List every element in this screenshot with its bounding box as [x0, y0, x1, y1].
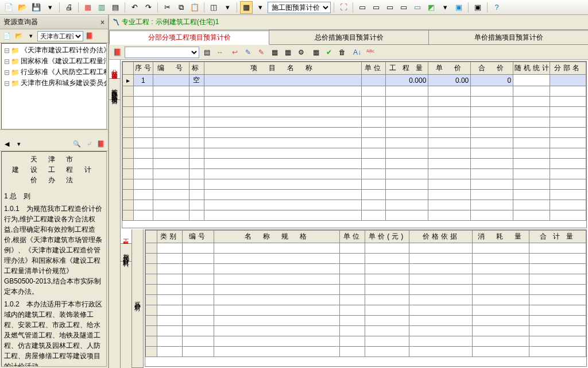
save-icon[interactable]: 💾: [30, 1, 42, 14]
gt-edit-icon[interactable]: ↩: [229, 47, 241, 58]
vtab-listed[interactable]: 单列共计价材料: [121, 244, 131, 262]
resource-panel: 资源查询器 × 📄 📂 ▾ 天津市工程计 📕 ⊟📁《天津市建设工程计价办法》 ⊟…: [0, 15, 109, 368]
gt-pen1-icon[interactable]: ✎: [242, 47, 254, 58]
gt-pen2-icon[interactable]: ✎: [256, 47, 267, 58]
dropdown-icon[interactable]: ▾: [44, 1, 56, 14]
panel-close-icon[interactable]: ×: [100, 18, 105, 26]
tree-item: ⊟📁《天津市建设工程计价办法》: [3, 45, 105, 56]
undo-icon[interactable]: ↶: [128, 1, 141, 14]
gt-opt-icon[interactable]: ⚙: [295, 47, 307, 58]
tab-unit-measure[interactable]: 单价措施项目预算计价: [428, 30, 588, 44]
vtab-subitem[interactable]: 分部分项工程项目: [109, 60, 120, 79]
cut-icon[interactable]: ✂: [161, 1, 173, 14]
copy-icon[interactable]: ⧉: [175, 1, 187, 14]
calc-mode-combo[interactable]: 施工图预算计价: [268, 2, 331, 13]
gt-combo[interactable]: [125, 47, 199, 58]
rt-drop-icon[interactable]: ▾: [25, 30, 37, 42]
tree-item: ⊟📁天津市住房和城乡建设委员会: [3, 78, 105, 89]
redo-icon[interactable]: ↷: [142, 1, 154, 14]
upper-vtabs: 分部分项工程项目 按系数计取的造价项目: [109, 60, 121, 368]
tree-item: ⊟📁行业标准《人民防空工程工程: [3, 67, 105, 78]
main-toolbar: 📄 📂 💾 ▾ 🖨 ▦ ▥ ▤ ↶ ↷ ✂ ⧉ 📋 ◫ ▾ ▦ ▾ 施工图预算计…: [0, 0, 588, 15]
panel-title: 资源查询器 ×: [0, 15, 108, 29]
binoc-icon[interactable]: 🔍: [71, 139, 83, 150]
w4-icon[interactable]: ▭: [397, 1, 410, 14]
gt-check-icon[interactable]: ✔: [323, 47, 335, 58]
gt-swap-icon[interactable]: ↔: [214, 47, 226, 58]
region-combo[interactable]: 天津市工程计: [37, 31, 83, 41]
left-icon[interactable]: ◀: [1, 139, 13, 150]
w7-icon[interactable]: ▾: [439, 1, 451, 14]
dd2-icon[interactable]: ▾: [254, 1, 266, 14]
form2-icon[interactable]: ▥: [95, 1, 108, 14]
tab-total-measure[interactable]: 总价措施项目预算计价: [269, 30, 429, 44]
sep-icon: ▾: [13, 139, 25, 150]
rt-open-icon[interactable]: 📂: [13, 30, 25, 42]
search-toolbar: ◀ ▾ 🔍 ⤶ 📕: [0, 137, 108, 151]
breadcrumb: 〽 专业工程 : 示例建筑工程(住宅)1: [109, 15, 588, 30]
gt-cal-icon[interactable]: ▦: [282, 47, 293, 58]
w1-icon[interactable]: ▭: [356, 1, 369, 14]
vtab-pricemat[interactable]: 系计价材: [132, 229, 143, 368]
lower-vtabs-1: 工料机量 单列共计价材料: [121, 229, 132, 368]
gt-del-icon[interactable]: 🗑: [336, 47, 348, 58]
doc-preview[interactable]: 天 津 市 建 设 工 程 计 价 办 法 1 总 则 1.0.1 为规范我市工…: [1, 151, 107, 367]
gt-table-icon[interactable]: ▦: [310, 47, 322, 58]
w8-icon[interactable]: ▣: [452, 1, 465, 14]
thing2-icon[interactable]: ▾: [221, 1, 234, 14]
rt-new-icon[interactable]: 📄: [1, 30, 13, 42]
thing1-icon[interactable]: ◫: [207, 1, 220, 14]
print-icon[interactable]: 🖨: [63, 1, 75, 14]
vtab-material[interactable]: 工料机量: [121, 229, 131, 244]
new-icon[interactable]: 📄: [2, 1, 15, 14]
book2-icon[interactable]: 📕: [95, 139, 107, 150]
w9-icon[interactable]: ▣: [471, 1, 484, 14]
list-icon[interactable]: ▤: [109, 1, 122, 14]
gt-abc-icon[interactable]: ᴬᴮᶜ: [365, 47, 376, 58]
highlighted-tool-icon[interactable]: ▦: [240, 1, 253, 14]
tab-bar: 分部分项工程项目预算计价 总价措施项目预算计价 单价措施项目预算计价: [109, 30, 588, 45]
panel-title-label: 资源查询器: [3, 17, 38, 27]
form1-icon[interactable]: ▦: [82, 1, 94, 14]
resource-tree[interactable]: ⊟📁《天津市建设工程计价办法》 ⊟📁国家标准《建设工程工程量清 ⊟📁行业标准《人…: [1, 43, 107, 129]
lower-grid[interactable]: 类别编号名 称 规 格单位单价(元)价格依据消 耗 量合 计 量: [145, 229, 587, 367]
tree-item: ⊟📁国家标准《建设工程工程量清: [3, 56, 105, 67]
w6-icon[interactable]: ◩: [425, 1, 438, 14]
help-icon[interactable]: ?: [490, 1, 503, 14]
step-icon[interactable]: ⤶: [83, 139, 95, 150]
w2-icon[interactable]: ▭: [370, 1, 382, 14]
app-logo-icon: 〽: [113, 18, 119, 26]
gt-form-icon[interactable]: ▤: [201, 47, 212, 58]
w5-icon[interactable]: ▭: [411, 1, 424, 14]
open-icon[interactable]: 📂: [16, 1, 29, 14]
tab-subitem[interactable]: 分部分项工程项目预算计价: [109, 30, 269, 45]
rt-book-icon[interactable]: 📕: [84, 30, 95, 42]
lower-vtabs-2: 系计价材: [132, 229, 144, 368]
grid-toolbar: 📕 ▤ ↔ ↩ ✎ ✎ ▦ ▦ ⚙ ▦ ✔ 🗑 A↓ ᴬᴮᶜ: [109, 45, 588, 60]
gt-book-icon[interactable]: 📕: [111, 47, 123, 58]
vtab-coeff[interactable]: 按系数计取的造价项目: [109, 79, 120, 100]
main-content: 〽 专业工程 : 示例建筑工程(住宅)1 分部分项工程项目预算计价 总价措施项目…: [109, 15, 588, 368]
w3-icon[interactable]: ▭: [384, 1, 396, 14]
gt-box-icon[interactable]: ▦: [269, 47, 280, 58]
resource-toolbar: 📄 📂 ▾ 天津市工程计 📕: [0, 29, 108, 43]
bracket-icon[interactable]: ⛶: [337, 1, 350, 14]
upper-grid[interactable]: 序号编 号标项 目 名 称单位工 程 量单 价合 价随机统计分部名▸1空0.00…: [122, 61, 587, 228]
paste-icon[interactable]: 📋: [188, 1, 201, 14]
gt-sort-icon[interactable]: A↓: [351, 47, 363, 58]
